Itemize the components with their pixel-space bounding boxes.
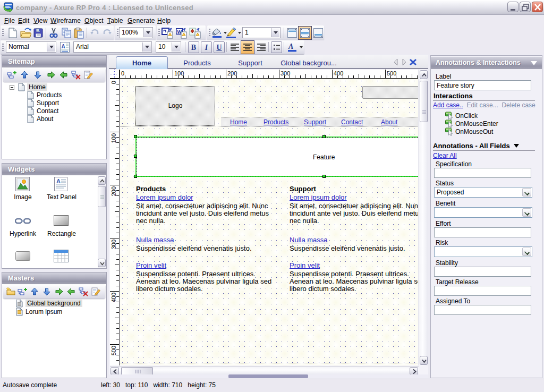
svg-text:A: A (56, 178, 61, 184)
svg-text:A: A (62, 44, 65, 49)
svg-text:A: A (288, 42, 293, 50)
